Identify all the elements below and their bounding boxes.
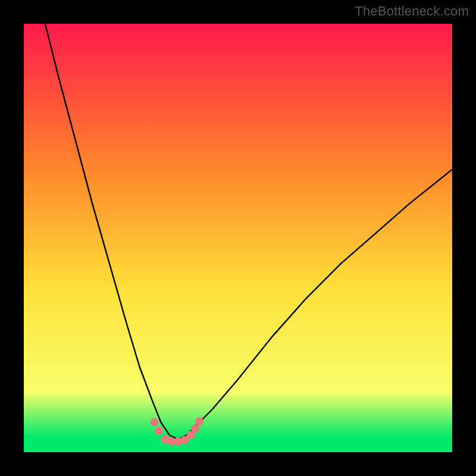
marker-dot xyxy=(155,427,163,435)
highlight-markers xyxy=(151,417,204,446)
watermark-text: TheBottleneck.com xyxy=(355,4,469,19)
marker-dot xyxy=(191,424,199,433)
curve-layer xyxy=(24,24,452,452)
bottleneck-curve xyxy=(45,24,452,439)
chart-frame: { "watermark": "TheBottleneck.com", "col… xyxy=(0,0,476,476)
marker-dot xyxy=(151,418,159,427)
marker-dot xyxy=(195,417,203,425)
plot-area xyxy=(24,24,452,452)
